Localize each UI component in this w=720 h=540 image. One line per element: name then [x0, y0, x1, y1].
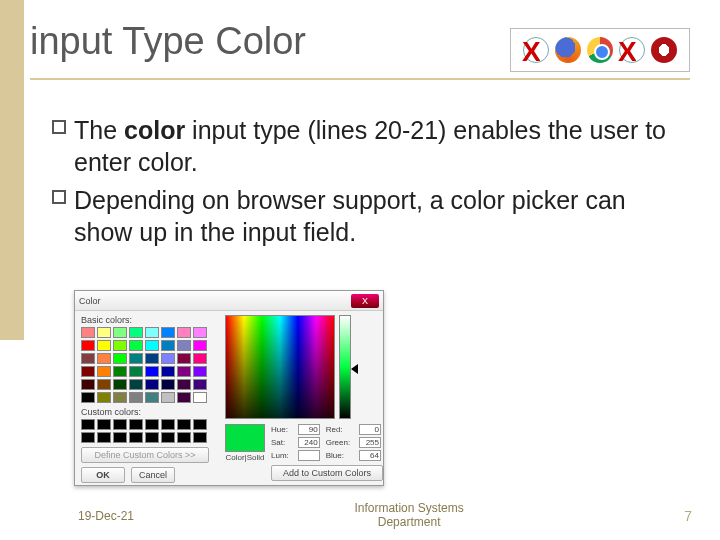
custom-swatch[interactable]: [129, 419, 143, 430]
color-swatch[interactable]: [177, 366, 191, 377]
color-swatch[interactable]: [81, 366, 95, 377]
color-swatch[interactable]: [97, 379, 111, 390]
browser-support-box: [510, 28, 690, 72]
color-swatch[interactable]: [161, 379, 175, 390]
color-swatch[interactable]: [193, 353, 207, 364]
custom-swatch[interactable]: [177, 419, 191, 430]
bullet-text: Depending on browser support, a color pi…: [74, 184, 688, 248]
custom-swatch[interactable]: [161, 419, 175, 430]
color-swatch[interactable]: [177, 340, 191, 351]
footer-line: Information Systems: [134, 502, 684, 516]
custom-swatch[interactable]: [97, 419, 111, 430]
color-swatch[interactable]: [81, 327, 95, 338]
custom-swatch[interactable]: [177, 432, 191, 443]
close-button[interactable]: X: [351, 294, 379, 308]
color-swatch[interactable]: [113, 379, 127, 390]
green-input[interactable]: 255: [359, 437, 381, 448]
color-swatch[interactable]: [145, 379, 159, 390]
color-picker-dialog: Color X Basic colors: Custom colors: Def…: [74, 290, 384, 486]
color-swatch[interactable]: [113, 340, 127, 351]
red-input[interactable]: 0: [359, 424, 381, 435]
color-swatch[interactable]: [113, 353, 127, 364]
footer-line: Department: [134, 516, 684, 530]
bullet-text: The color input type (lines 20-21) enabl…: [74, 114, 688, 178]
color-swatch[interactable]: [81, 379, 95, 390]
custom-swatch[interactable]: [81, 432, 95, 443]
color-swatch[interactable]: [177, 379, 191, 390]
color-swatch[interactable]: [193, 366, 207, 377]
hue-sat-gradient[interactable]: [225, 315, 335, 419]
custom-swatch[interactable]: [81, 419, 95, 430]
bullet-marker-icon: [48, 184, 74, 206]
custom-swatch[interactable]: [145, 432, 159, 443]
color-swatch[interactable]: [161, 340, 175, 351]
color-fields: Hue: 90 Red: 0 Sat: 240 Green: 255 Lum: …: [271, 424, 383, 461]
cancel-button[interactable]: Cancel: [131, 467, 175, 483]
color-swatch[interactable]: [145, 353, 159, 364]
custom-swatch[interactable]: [193, 419, 207, 430]
blue-label: Blue:: [326, 451, 355, 460]
color-swatch[interactable]: [129, 379, 143, 390]
luminance-marker-icon: [351, 364, 358, 374]
color-swatch[interactable]: [129, 353, 143, 364]
custom-swatch[interactable]: [97, 432, 111, 443]
color-swatch[interactable]: [129, 340, 143, 351]
close-icon: X: [362, 296, 368, 306]
color-swatch[interactable]: [129, 366, 143, 377]
color-solid-label: Color|Solid: [226, 453, 265, 462]
lum-label: Lum:: [271, 451, 294, 460]
color-swatch[interactable]: [113, 327, 127, 338]
custom-swatch[interactable]: [161, 432, 175, 443]
color-swatch[interactable]: [177, 327, 191, 338]
color-swatch[interactable]: [81, 392, 95, 403]
custom-colors-label: Custom colors:: [81, 407, 217, 417]
sat-input[interactable]: 240: [298, 437, 320, 448]
basic-colors-label: Basic colors:: [81, 315, 217, 325]
page-number: 7: [684, 508, 692, 524]
hue-input[interactable]: 90: [298, 424, 320, 435]
color-swatch[interactable]: [161, 392, 175, 403]
hue-label: Hue:: [271, 425, 294, 434]
color-swatch[interactable]: [97, 327, 111, 338]
luminance-slider[interactable]: [339, 315, 351, 419]
color-swatch[interactable]: [81, 340, 95, 351]
chrome-icon: [587, 37, 613, 63]
color-swatch[interactable]: [129, 327, 143, 338]
color-preview: [225, 424, 265, 452]
color-swatch[interactable]: [193, 340, 207, 351]
color-swatch[interactable]: [129, 392, 143, 403]
color-swatch[interactable]: [161, 327, 175, 338]
color-swatch[interactable]: [145, 327, 159, 338]
custom-swatch[interactable]: [113, 432, 127, 443]
custom-swatch[interactable]: [145, 419, 159, 430]
color-swatch[interactable]: [177, 392, 191, 403]
blue-input[interactable]: 64: [359, 450, 381, 461]
accent-band: [0, 0, 24, 340]
color-swatch[interactable]: [193, 379, 207, 390]
color-swatch[interactable]: [113, 366, 127, 377]
color-swatch[interactable]: [97, 392, 111, 403]
lum-input[interactable]: [298, 450, 320, 461]
define-custom-button[interactable]: Define Custom Colors >>: [81, 447, 209, 463]
color-swatch[interactable]: [145, 340, 159, 351]
safari-icon: [619, 37, 645, 63]
custom-swatch[interactable]: [129, 432, 143, 443]
color-swatch[interactable]: [145, 392, 159, 403]
color-swatch[interactable]: [161, 366, 175, 377]
color-swatch[interactable]: [81, 353, 95, 364]
color-swatch[interactable]: [193, 392, 207, 403]
color-swatch[interactable]: [145, 366, 159, 377]
custom-swatch[interactable]: [193, 432, 207, 443]
color-swatch[interactable]: [97, 353, 111, 364]
color-swatch[interactable]: [113, 392, 127, 403]
add-custom-button[interactable]: Add to Custom Colors: [271, 465, 383, 481]
color-swatch[interactable]: [97, 340, 111, 351]
green-label: Green:: [326, 438, 355, 447]
color-swatch[interactable]: [97, 366, 111, 377]
color-swatch[interactable]: [193, 327, 207, 338]
color-swatch[interactable]: [177, 353, 191, 364]
custom-swatch[interactable]: [113, 419, 127, 430]
color-swatch[interactable]: [161, 353, 175, 364]
ok-button[interactable]: OK: [81, 467, 125, 483]
bullet-list: The color input type (lines 20-21) enabl…: [48, 114, 688, 254]
